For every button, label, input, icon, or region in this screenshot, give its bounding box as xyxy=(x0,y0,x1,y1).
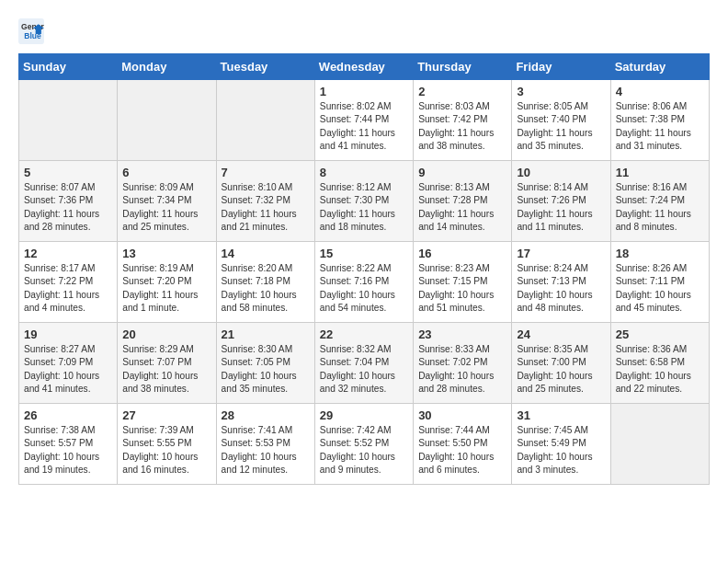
calendar-cell: 19Sunrise: 8:27 AM Sunset: 7:09 PM Dayli… xyxy=(19,323,118,404)
cell-text: Sunrise: 8:09 AM Sunset: 7:34 PM Dayligh… xyxy=(122,181,210,234)
day-number: 12 xyxy=(24,247,112,260)
cell-text: Sunrise: 8:03 AM Sunset: 7:42 PM Dayligh… xyxy=(418,100,506,153)
weekday-header-saturday: Saturday xyxy=(610,54,709,80)
day-number: 11 xyxy=(616,166,704,179)
cell-text: Sunrise: 8:05 AM Sunset: 7:40 PM Dayligh… xyxy=(517,100,605,153)
cell-text: Sunrise: 8:35 AM Sunset: 7:00 PM Dayligh… xyxy=(517,343,605,396)
calendar-week-row: 12Sunrise: 8:17 AM Sunset: 7:22 PM Dayli… xyxy=(19,242,710,323)
calendar-cell: 22Sunrise: 8:32 AM Sunset: 7:04 PM Dayli… xyxy=(314,323,413,404)
cell-text: Sunrise: 7:44 AM Sunset: 5:50 PM Dayligh… xyxy=(418,424,506,477)
day-number: 17 xyxy=(517,247,605,260)
calendar-cell xyxy=(216,80,314,161)
calendar-cell: 16Sunrise: 8:23 AM Sunset: 7:15 PM Dayli… xyxy=(414,242,512,323)
cell-text: Sunrise: 8:20 AM Sunset: 7:18 PM Dayligh… xyxy=(222,262,310,315)
calendar-cell: 11Sunrise: 8:16 AM Sunset: 7:24 PM Dayli… xyxy=(610,161,709,242)
cell-text: Sunrise: 8:30 AM Sunset: 7:05 PM Dayligh… xyxy=(222,343,310,396)
day-number: 13 xyxy=(122,247,210,260)
cell-text: Sunrise: 8:16 AM Sunset: 7:24 PM Dayligh… xyxy=(616,181,704,234)
calendar-cell: 7Sunrise: 8:10 AM Sunset: 7:32 PM Daylig… xyxy=(216,161,314,242)
cell-text: Sunrise: 7:39 AM Sunset: 5:55 PM Dayligh… xyxy=(122,424,210,477)
calendar-cell: 3Sunrise: 8:05 AM Sunset: 7:40 PM Daylig… xyxy=(512,80,610,161)
calendar-table: SundayMondayTuesdayWednesdayThursdayFrid… xyxy=(18,53,710,485)
day-number: 21 xyxy=(222,327,310,341)
calendar-cell: 6Sunrise: 8:09 AM Sunset: 7:34 PM Daylig… xyxy=(118,161,216,242)
cell-text: Sunrise: 7:38 AM Sunset: 5:57 PM Dayligh… xyxy=(24,424,112,477)
calendar-cell: 10Sunrise: 8:14 AM Sunset: 7:26 PM Dayli… xyxy=(512,161,610,242)
cell-text: Sunrise: 8:36 AM Sunset: 6:58 PM Dayligh… xyxy=(616,343,704,396)
calendar-cell: 21Sunrise: 8:30 AM Sunset: 7:05 PM Dayli… xyxy=(216,323,314,404)
day-number: 26 xyxy=(24,408,112,422)
day-number: 3 xyxy=(517,85,605,98)
day-number: 30 xyxy=(418,408,506,422)
day-number: 14 xyxy=(222,247,310,260)
calendar-cell: 4Sunrise: 8:06 AM Sunset: 7:38 PM Daylig… xyxy=(610,80,709,161)
cell-text: Sunrise: 8:33 AM Sunset: 7:02 PM Dayligh… xyxy=(418,343,506,396)
calendar-week-row: 1Sunrise: 8:02 AM Sunset: 7:44 PM Daylig… xyxy=(19,80,710,161)
calendar-cell: 20Sunrise: 8:29 AM Sunset: 7:07 PM Dayli… xyxy=(118,323,216,404)
calendar-cell: 31Sunrise: 7:45 AM Sunset: 5:49 PM Dayli… xyxy=(512,404,610,485)
calendar-cell: 23Sunrise: 8:33 AM Sunset: 7:02 PM Dayli… xyxy=(414,323,512,404)
calendar-cell: 26Sunrise: 7:38 AM Sunset: 5:57 PM Dayli… xyxy=(19,404,118,485)
calendar-cell xyxy=(610,404,709,485)
calendar-body: 1Sunrise: 8:02 AM Sunset: 7:44 PM Daylig… xyxy=(19,80,710,485)
day-number: 19 xyxy=(24,327,112,341)
cell-text: Sunrise: 8:10 AM Sunset: 7:32 PM Dayligh… xyxy=(222,181,310,234)
calendar-cell: 18Sunrise: 8:26 AM Sunset: 7:11 PM Dayli… xyxy=(610,242,709,323)
cell-text: Sunrise: 7:45 AM Sunset: 5:49 PM Dayligh… xyxy=(517,424,605,477)
day-number: 15 xyxy=(320,247,408,260)
day-number: 18 xyxy=(616,247,704,260)
calendar-cell: 25Sunrise: 8:36 AM Sunset: 6:58 PM Dayli… xyxy=(610,323,709,404)
cell-text: Sunrise: 8:14 AM Sunset: 7:26 PM Dayligh… xyxy=(517,181,605,234)
calendar-cell: 14Sunrise: 8:20 AM Sunset: 7:18 PM Dayli… xyxy=(216,242,314,323)
weekday-header-tuesday: Tuesday xyxy=(216,54,314,80)
calendar-cell: 29Sunrise: 7:42 AM Sunset: 5:52 PM Dayli… xyxy=(314,404,413,485)
day-number: 8 xyxy=(320,166,408,179)
calendar-cell: 8Sunrise: 8:12 AM Sunset: 7:30 PM Daylig… xyxy=(314,161,413,242)
day-number: 27 xyxy=(122,408,210,422)
calendar-cell: 15Sunrise: 8:22 AM Sunset: 7:16 PM Dayli… xyxy=(314,242,413,323)
cell-text: Sunrise: 8:07 AM Sunset: 7:36 PM Dayligh… xyxy=(24,181,112,234)
weekday-header-friday: Friday xyxy=(512,54,610,80)
calendar-cell xyxy=(19,80,118,161)
weekday-header-thursday: Thursday xyxy=(414,54,512,80)
day-number: 24 xyxy=(517,327,605,341)
cell-text: Sunrise: 8:19 AM Sunset: 7:20 PM Dayligh… xyxy=(122,262,210,315)
calendar-cell: 30Sunrise: 7:44 AM Sunset: 5:50 PM Dayli… xyxy=(414,404,512,485)
day-number: 10 xyxy=(517,166,605,179)
calendar-cell xyxy=(118,80,216,161)
day-number: 4 xyxy=(616,85,704,98)
cell-text: Sunrise: 8:13 AM Sunset: 7:28 PM Dayligh… xyxy=(418,181,506,234)
calendar-cell: 28Sunrise: 7:41 AM Sunset: 5:53 PM Dayli… xyxy=(216,404,314,485)
day-number: 1 xyxy=(320,85,408,98)
cell-text: Sunrise: 7:42 AM Sunset: 5:52 PM Dayligh… xyxy=(320,424,408,477)
logo: General Blue xyxy=(18,18,48,44)
cell-text: Sunrise: 7:41 AM Sunset: 5:53 PM Dayligh… xyxy=(222,424,310,477)
day-number: 25 xyxy=(616,327,704,341)
calendar-cell: 17Sunrise: 8:24 AM Sunset: 7:13 PM Dayli… xyxy=(512,242,610,323)
day-number: 23 xyxy=(418,327,506,341)
calendar-week-row: 19Sunrise: 8:27 AM Sunset: 7:09 PM Dayli… xyxy=(19,323,710,404)
cell-text: Sunrise: 8:17 AM Sunset: 7:22 PM Dayligh… xyxy=(24,262,112,315)
day-number: 31 xyxy=(517,408,605,422)
cell-text: Sunrise: 8:26 AM Sunset: 7:11 PM Dayligh… xyxy=(616,262,704,315)
calendar-week-row: 5Sunrise: 8:07 AM Sunset: 7:36 PM Daylig… xyxy=(19,161,710,242)
cell-text: Sunrise: 8:27 AM Sunset: 7:09 PM Dayligh… xyxy=(24,343,112,396)
day-number: 20 xyxy=(122,327,210,341)
day-number: 7 xyxy=(222,166,310,179)
cell-text: Sunrise: 8:32 AM Sunset: 7:04 PM Dayligh… xyxy=(320,343,408,396)
cell-text: Sunrise: 8:02 AM Sunset: 7:44 PM Dayligh… xyxy=(320,100,408,153)
day-number: 16 xyxy=(418,247,506,260)
calendar-cell: 9Sunrise: 8:13 AM Sunset: 7:28 PM Daylig… xyxy=(414,161,512,242)
day-number: 6 xyxy=(122,166,210,179)
calendar-cell: 1Sunrise: 8:02 AM Sunset: 7:44 PM Daylig… xyxy=(314,80,413,161)
weekday-header-sunday: Sunday xyxy=(19,54,118,80)
cell-text: Sunrise: 8:24 AM Sunset: 7:13 PM Dayligh… xyxy=(517,262,605,315)
cell-text: Sunrise: 8:12 AM Sunset: 7:30 PM Dayligh… xyxy=(320,181,408,234)
day-number: 22 xyxy=(320,327,408,341)
weekday-header-monday: Monday xyxy=(118,54,216,80)
calendar-cell: 2Sunrise: 8:03 AM Sunset: 7:42 PM Daylig… xyxy=(414,80,512,161)
day-number: 2 xyxy=(418,85,506,98)
page-header: General Blue xyxy=(18,18,710,44)
weekday-header-wednesday: Wednesday xyxy=(314,54,413,80)
calendar-cell: 27Sunrise: 7:39 AM Sunset: 5:55 PM Dayli… xyxy=(118,404,216,485)
